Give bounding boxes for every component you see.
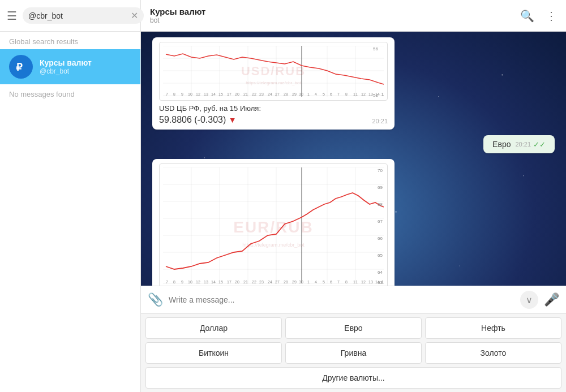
- mic-icon[interactable]: 🎤: [544, 292, 559, 307]
- chat-subtitle: bot: [150, 16, 205, 24]
- keyboard-row-2: Биткоин Гривна Золото: [145, 342, 561, 364]
- svg-text:8: 8: [173, 92, 175, 96]
- svg-text:14: 14: [211, 280, 216, 284]
- svg-text:20: 20: [235, 280, 239, 284]
- svg-text:21: 21: [243, 280, 248, 284]
- svg-text:13: 13: [204, 280, 208, 284]
- svg-text:4: 4: [315, 280, 317, 284]
- svg-text:29: 29: [292, 280, 297, 284]
- svg-text:66: 66: [378, 236, 383, 241]
- usd-time: 20:21: [372, 118, 388, 124]
- svg-text:22: 22: [252, 92, 256, 96]
- kb-euro-button[interactable]: Евро: [285, 317, 422, 339]
- svg-text:27: 27: [275, 280, 280, 284]
- kb-dollar-button[interactable]: Доллар: [145, 317, 282, 339]
- top-bar: ☰ ✕ Курсы валют bot 🔍 ⋮: [0, 0, 566, 32]
- kb-gold-button[interactable]: Золото: [425, 342, 561, 364]
- kb-bitcoin-button[interactable]: Биткоин: [145, 342, 282, 364]
- message-input[interactable]: [169, 295, 514, 304]
- svg-text:20: 20: [235, 92, 239, 96]
- svg-text:₽: ₽: [16, 62, 23, 73]
- usd-chart: 56 52 7 8 9 10 12 13 14 15 17 20 21: [163, 46, 384, 97]
- svg-text:10: 10: [188, 280, 192, 284]
- svg-text:29: 29: [292, 92, 297, 96]
- svg-text:10: 10: [188, 92, 192, 96]
- svg-text:15: 15: [381, 92, 384, 96]
- clear-icon[interactable]: ✕: [131, 10, 138, 21]
- scroll-down-button[interactable]: ∨: [520, 291, 538, 309]
- svg-text:17: 17: [227, 280, 231, 284]
- svg-text:17: 17: [227, 92, 231, 96]
- svg-text:28: 28: [284, 280, 288, 284]
- top-bar-actions: 🔍 ⋮: [520, 9, 557, 23]
- svg-text:12: 12: [361, 280, 366, 284]
- svg-text:7: 7: [166, 92, 168, 96]
- svg-text:30: 30: [299, 280, 303, 284]
- hamburger-icon[interactable]: ☰: [7, 9, 17, 23]
- svg-text:6: 6: [330, 92, 332, 96]
- svg-text:15: 15: [218, 280, 223, 284]
- svg-text:65: 65: [378, 253, 383, 258]
- svg-text:56: 56: [373, 46, 378, 51]
- top-bar-right: Курсы валют bot 🔍 ⋮: [141, 7, 566, 24]
- keyboard-row-1: Доллар Евро Нефть: [145, 317, 561, 339]
- svg-text:7: 7: [337, 280, 340, 284]
- sidebar: Global search results ₽ Курсы валют @cbr…: [0, 32, 141, 392]
- search-input[interactable]: [28, 11, 127, 20]
- svg-text:8: 8: [173, 280, 175, 284]
- euro-sent-text: Евро: [492, 140, 511, 149]
- svg-text:5: 5: [323, 92, 325, 96]
- svg-text:11: 11: [353, 280, 358, 284]
- eur-chart: 70 69 68 67 66 65 64 63 7 8 9 10 12: [163, 167, 384, 286]
- kb-other-currencies-button[interactable]: Другие валюты...: [145, 367, 561, 389]
- svg-text:13: 13: [204, 92, 208, 96]
- main-layout: Global search results ₽ Курсы валют @cbr…: [0, 32, 566, 392]
- svg-text:14: 14: [375, 92, 380, 96]
- usd-label: USD ЦБ РФ, руб. на 15 Июля:: [159, 104, 388, 113]
- svg-text:12: 12: [361, 92, 366, 96]
- svg-text:https://telegram.me/cbr_bot: https://telegram.me/cbr_bot: [242, 242, 305, 248]
- kb-oil-button[interactable]: Нефть: [425, 317, 561, 339]
- eur-chart-container: 70 69 68 67 66 65 64 63 7 8 9 10 12: [159, 163, 388, 286]
- usd-value: 59.8806 (-0.303) ▼: [159, 115, 237, 125]
- chat-messages: 56 52 7 8 9 10 12 13 14 15 17 20 21: [141, 32, 566, 286]
- more-options-icon[interactable]: ⋮: [546, 9, 557, 23]
- svg-text:24: 24: [268, 280, 272, 284]
- svg-text:EUR/RUB: EUR/RUB: [233, 218, 314, 236]
- kb-hryvnia-button[interactable]: Гривна: [285, 342, 422, 364]
- contact-item[interactable]: ₽ Курсы валют @cbr_bot: [0, 49, 140, 84]
- svg-text:9: 9: [181, 92, 183, 96]
- svg-text:21: 21: [243, 92, 248, 96]
- svg-text:12: 12: [196, 280, 200, 284]
- svg-text:11: 11: [353, 92, 358, 96]
- svg-text:27: 27: [275, 92, 280, 96]
- top-bar-left: ☰ ✕: [0, 0, 141, 31]
- svg-text:23: 23: [259, 92, 264, 96]
- euro-sent-meta: 20:21 ✓✓: [515, 140, 546, 149]
- usd-chart-container: 56 52 7 8 9 10 12 13 14 15 17 20 21: [159, 42, 388, 101]
- ruble-icon: ₽: [14, 60, 28, 74]
- svg-text:5: 5: [323, 280, 325, 284]
- svg-text:69: 69: [378, 185, 383, 190]
- svg-text:4: 4: [315, 92, 317, 96]
- svg-text:15: 15: [381, 280, 384, 284]
- search-icon[interactable]: 🔍: [520, 9, 534, 23]
- contact-name: Курсы валют: [40, 58, 92, 67]
- no-messages-label: No messages found: [0, 84, 140, 104]
- eur-message-bubble: 70 69 68 67 66 65 64 63 7 8 9 10 12: [152, 159, 395, 286]
- contact-avatar: ₽: [9, 55, 33, 79]
- keyboard-row-3: Другие валюты...: [145, 367, 561, 389]
- euro-sent-time: 20:21: [515, 141, 531, 148]
- svg-text:24: 24: [268, 92, 272, 96]
- svg-text:22: 22: [252, 280, 256, 284]
- keyboard-area: Доллар Евро Нефть Биткоин Гривна Золото …: [141, 313, 566, 392]
- svg-text:23: 23: [259, 280, 264, 284]
- svg-text:6: 6: [330, 280, 332, 284]
- attach-icon[interactable]: 📎: [148, 292, 163, 307]
- double-check-icon: ✓✓: [533, 140, 546, 149]
- svg-text:8: 8: [345, 280, 348, 284]
- svg-text:67: 67: [378, 219, 383, 224]
- input-bar: 📎 ∨ 🎤: [141, 286, 566, 313]
- svg-text:14: 14: [211, 92, 216, 96]
- search-section-label: Global search results: [0, 32, 140, 49]
